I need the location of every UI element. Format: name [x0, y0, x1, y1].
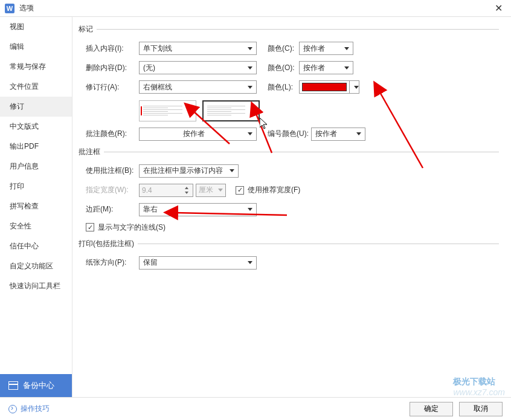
- sidebar-item-label: 输出PDF: [10, 142, 39, 150]
- connector-checkbox[interactable]: ✓: [86, 223, 94, 231]
- section-title: 标记: [79, 24, 93, 34]
- sidebar-item-security[interactable]: 安全性: [0, 216, 72, 236]
- sidebar-item-print[interactable]: 打印: [0, 176, 72, 196]
- sidebar-item-file-location[interactable]: 文件位置: [0, 77, 72, 97]
- content-panel: 标记 插入内容(I): 单下划线 颜色(C): 按作者 删除内容(D): (无)…: [72, 17, 511, 397]
- ok-button[interactable]: 确定: [410, 402, 453, 416]
- section-title: 批注框: [79, 147, 100, 157]
- section-header-print: 打印(包括批注框): [79, 239, 499, 249]
- sidebar-item-label: 拼写检查: [10, 202, 39, 210]
- preview-right-border[interactable]: [202, 100, 260, 121]
- number-color-label: 编号颜色(U):: [257, 129, 311, 139]
- dropdown-value: 按作者: [315, 129, 353, 139]
- chevron-down-icon: [248, 86, 252, 89]
- chevron-down-icon: [356, 132, 361, 135]
- delete-label: 删除内容(D):: [86, 63, 139, 73]
- sidebar: 视图 编辑 常规与保存 文件位置 修订 中文版式 输出PDF 用户信息 打印 拼…: [0, 17, 72, 397]
- chevron-down-icon: [218, 189, 223, 192]
- dropdown-value: 厘米: [199, 185, 214, 195]
- sidebar-item-cjk[interactable]: 中文版式: [0, 117, 72, 137]
- sidebar-item-spellcheck[interactable]: 拼写检查: [0, 196, 72, 216]
- number-color-dropdown[interactable]: 按作者: [311, 128, 365, 141]
- tips-link[interactable]: 操作技巧: [8, 404, 50, 414]
- use-balloon-dropdown[interactable]: 在批注框中显示修订内容: [139, 164, 239, 178]
- sidebar-item-edit[interactable]: 编辑: [0, 37, 72, 57]
- chevron-down-icon: [344, 66, 349, 69]
- margin-dropdown[interactable]: 靠右: [139, 203, 257, 216]
- spinner-down-button: [183, 190, 190, 195]
- sidebar-item-pdf[interactable]: 输出PDF: [0, 137, 72, 157]
- sidebar-item-label: 编辑: [10, 42, 24, 51]
- width-spinner: [139, 184, 193, 197]
- width-input: [142, 186, 178, 195]
- sidebar-item-label: 用户信息: [10, 162, 39, 170]
- divider: [138, 244, 499, 244]
- insert-dropdown[interactable]: 单下划线: [139, 42, 257, 55]
- sidebar-item-label: 快速访问工具栏: [10, 282, 60, 290]
- dropdown-value: 在批注框中显示修订内容: [143, 166, 226, 176]
- tips-label: 操作技巧: [21, 404, 50, 414]
- margin-label: 边距(M):: [86, 204, 139, 215]
- app-icon: W: [5, 4, 14, 13]
- dropdown-value: 单下划线: [143, 44, 244, 54]
- sidebar-item-revision[interactable]: 修订: [0, 97, 72, 117]
- sidebar-item-label: 修订: [10, 102, 24, 111]
- sidebar-item-label: 打印: [10, 182, 24, 190]
- cancel-button[interactable]: 取消: [459, 402, 503, 416]
- play-circle-icon: [8, 405, 17, 413]
- sidebar-item-view[interactable]: 视图: [0, 17, 72, 37]
- recommend-width-checkbox[interactable]: ✓: [236, 186, 244, 195]
- sidebar-item-label: 文件位置: [10, 82, 39, 91]
- chevron-down-icon: [354, 86, 359, 89]
- chevron-down-icon: [248, 66, 252, 69]
- dropdown-value: 按作者: [303, 44, 341, 54]
- footer: 操作技巧 确定 取消: [0, 397, 511, 420]
- dropdown-value: 保留: [143, 257, 244, 268]
- archive-icon: [8, 381, 18, 390]
- sidebar-item-general[interactable]: 常规与保存: [0, 57, 72, 77]
- chevron-down-icon: [230, 169, 234, 172]
- sidebar-item-custom-ribbon[interactable]: 自定义功能区: [0, 256, 72, 276]
- color-o-dropdown[interactable]: 按作者: [299, 61, 353, 74]
- sidebar-item-user[interactable]: 用户信息: [0, 157, 72, 176]
- sidebar-item-label: 自定义功能区: [10, 262, 53, 270]
- sidebar-item-label: 安全性: [10, 222, 31, 230]
- close-icon[interactable]: ✕: [491, 2, 506, 14]
- dropdown-value: 右侧框线: [143, 82, 244, 92]
- section-header-markup: 标记: [79, 24, 499, 34]
- section-header-balloon: 批注框: [79, 147, 499, 157]
- sidebar-item-quick-access[interactable]: 快速访问工具栏: [0, 276, 72, 296]
- recommend-width-label: 使用推荐宽度(F): [248, 185, 300, 195]
- color-l-dropdown[interactable]: [299, 80, 359, 94]
- preview-left-border[interactable]: [139, 100, 196, 121]
- backup-center-button[interactable]: 备份中心: [0, 374, 72, 397]
- dropdown-value: (无): [143, 63, 244, 73]
- color-c-dropdown[interactable]: 按作者: [299, 42, 353, 55]
- chevron-down-icon: [344, 47, 349, 50]
- titlebar: W 选项 ✕: [0, 0, 511, 17]
- orient-label: 纸张方向(P):: [86, 257, 139, 268]
- color-c-label: 颜色(C):: [257, 44, 299, 54]
- comment-color-dropdown[interactable]: 按作者: [139, 128, 257, 141]
- changed-dropdown[interactable]: 右侧框线: [139, 80, 257, 94]
- comment-color-label: 批注颜色(R):: [86, 129, 139, 139]
- spinner-up-button: [183, 186, 190, 190]
- section-title: 打印(包括批注框): [79, 239, 134, 249]
- chevron-down-icon: [248, 47, 252, 50]
- dropdown-value: 按作者: [143, 129, 244, 139]
- chevron-down-icon: [248, 261, 252, 264]
- color-l-label: 颜色(L):: [257, 82, 299, 92]
- use-balloon-label: 使用批注框(B):: [86, 166, 139, 176]
- chevron-down-icon: [248, 208, 252, 211]
- color-o-label: 颜色(O):: [257, 63, 299, 73]
- width-label: 指定宽度(W):: [86, 185, 139, 195]
- sidebar-item-trust[interactable]: 信任中心: [0, 236, 72, 256]
- unit-dropdown: 厘米: [196, 184, 226, 197]
- divider: [97, 29, 499, 30]
- window-title: 选项: [19, 3, 491, 13]
- chevron-down-icon: [248, 132, 252, 135]
- color-swatch: [302, 83, 347, 91]
- orient-dropdown[interactable]: 保留: [139, 256, 257, 270]
- delete-dropdown[interactable]: (无): [139, 61, 257, 74]
- sidebar-item-label: 视图: [10, 22, 24, 31]
